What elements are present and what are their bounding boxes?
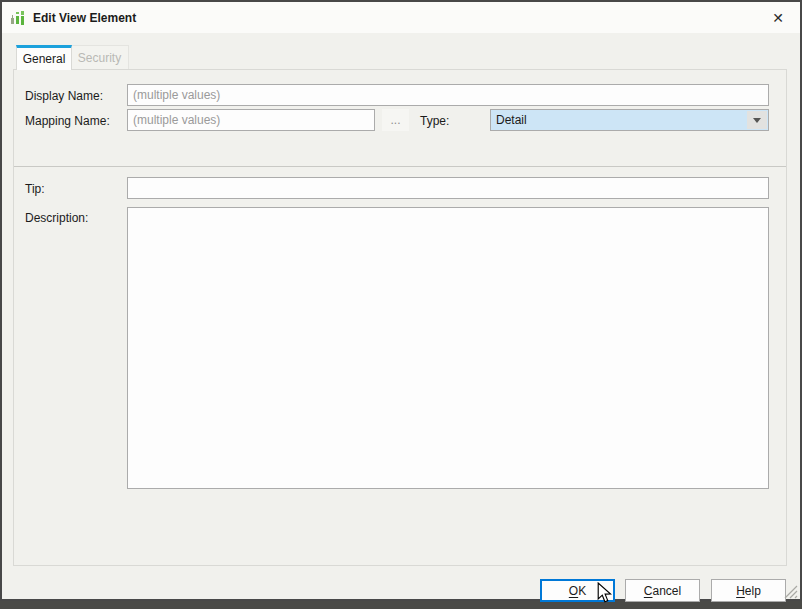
combo-dropdown-button[interactable] [747,111,767,129]
type-selected-value: Detail [491,113,747,127]
cancel-button[interactable]: Cancel [625,579,700,602]
help-button[interactable]: Help [711,579,786,602]
mouse-cursor [597,582,612,604]
description-label: Description: [25,211,88,225]
display-name-label: Display Name: [25,89,103,103]
tab-security[interactable]: Security [71,45,129,69]
resize-grip[interactable] [784,585,798,599]
tip-label: Tip: [25,182,45,196]
chevron-down-icon [753,118,761,123]
chart-bars-icon [10,10,26,26]
tab-general[interactable]: General [16,45,72,70]
screen-background: Edit View Element ✕ General Security Dis… [0,0,802,609]
type-combobox[interactable]: Detail [490,109,769,131]
mapping-name-label: Mapping Name: [25,114,110,128]
dialog-title: Edit View Element [33,11,136,25]
display-name-input[interactable] [127,84,769,106]
section-separator [14,166,786,167]
tip-input[interactable] [127,177,769,199]
type-label: Type: [420,114,449,128]
mapping-name-input[interactable] [127,109,375,131]
edit-view-element-dialog: Edit View Element ✕ General Security Dis… [0,0,802,601]
close-button[interactable]: ✕ [764,5,792,31]
browse-button[interactable]: ... [382,109,409,131]
title-bar[interactable]: Edit View Element ✕ [2,2,800,33]
description-textarea[interactable] [127,207,769,489]
